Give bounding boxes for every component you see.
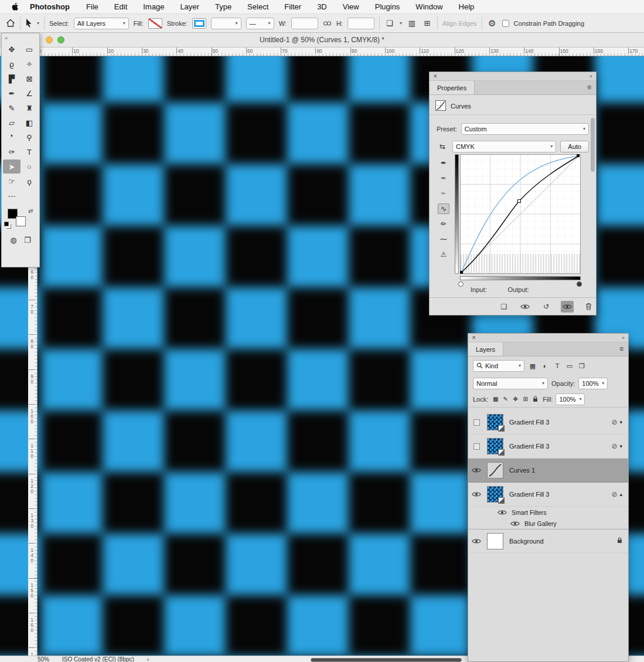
channel-dropdown[interactable]: CMYK ▾ bbox=[452, 141, 556, 152]
path-alignment-button[interactable]: ▥ bbox=[407, 19, 417, 28]
layer-row-gradient-fill-3[interactable]: Gradient Fill 3⊘▾ bbox=[468, 410, 628, 434]
layer-row-background[interactable]: Background bbox=[468, 529, 628, 553]
hand-tool[interactable]: ☞ bbox=[3, 174, 21, 188]
lock-all[interactable] bbox=[531, 396, 540, 403]
layer-thumbnail[interactable] bbox=[487, 486, 503, 503]
menu-select[interactable]: Select bbox=[247, 2, 268, 11]
reset-button[interactable]: ↺ bbox=[540, 301, 553, 313]
layer-thumbnail[interactable] bbox=[487, 438, 503, 454]
tab-layers[interactable]: Layers bbox=[468, 342, 503, 356]
layer-row-smart-filters[interactable]: Smart Filters bbox=[468, 507, 628, 518]
menu-edit[interactable]: Edit bbox=[114, 2, 127, 11]
lasso-tool[interactable]: ϱ bbox=[3, 57, 21, 71]
layer-row-curves-1[interactable]: Curves 1 bbox=[468, 459, 628, 483]
gear-icon[interactable]: ⚙ bbox=[487, 18, 498, 29]
move-tool[interactable]: ✥ bbox=[3, 42, 21, 56]
filter-pixel-layers[interactable]: ▦ bbox=[527, 361, 538, 371]
clip-to-layer-button[interactable]: ❏ bbox=[498, 301, 510, 313]
collapse-panel-icon[interactable]: « bbox=[622, 335, 625, 341]
black-point-eyedropper[interactable]: ✒ bbox=[438, 158, 449, 168]
eraser-tool[interactable]: ▱ bbox=[3, 116, 21, 130]
stroke-type-dropdown[interactable]: — ▾ bbox=[246, 18, 274, 29]
layer-row-gradient-fill-3[interactable]: Gradient Fill 3⊘▴ bbox=[468, 483, 628, 507]
ruler-tool[interactable]: ∠ bbox=[21, 86, 38, 100]
minimize-button[interactable] bbox=[46, 36, 53, 43]
link-dimensions-icon[interactable] bbox=[323, 21, 332, 26]
collapse-panel-icon[interactable]: « bbox=[590, 73, 592, 79]
fill-swatch[interactable] bbox=[148, 18, 162, 29]
histogram-clip-warning[interactable]: ⚠ bbox=[438, 249, 449, 260]
layer-thumbnail[interactable] bbox=[487, 414, 503, 430]
zoom-tool[interactable]: ϙ bbox=[21, 174, 38, 188]
stroke-width-dropdown[interactable]: ▾ bbox=[211, 18, 241, 29]
quick-mask-button[interactable]: ◍ bbox=[10, 236, 16, 245]
lock-transparency[interactable]: ▩ bbox=[491, 396, 500, 403]
brush-tool[interactable]: ✎ bbox=[3, 101, 21, 115]
lock-paint[interactable]: ✎ bbox=[501, 396, 510, 403]
filter-type-layers[interactable]: T bbox=[552, 361, 563, 371]
visibility-toggle-icon[interactable] bbox=[498, 510, 507, 515]
close-panel-icon[interactable]: ✕ bbox=[472, 335, 476, 341]
smart-filter-clip-icon[interactable]: ⊘ bbox=[611, 490, 617, 498]
ellipse-tool[interactable]: ○ bbox=[21, 159, 38, 174]
layer-row-gradient-fill-3[interactable]: Gradient Fill 3⊘▾ bbox=[468, 434, 628, 459]
visibility-toggle[interactable] bbox=[468, 491, 485, 497]
eye-icon[interactable] bbox=[472, 491, 481, 497]
marquee-tool[interactable]: ▭ bbox=[21, 42, 38, 56]
panel-menu-icon[interactable]: ≡ bbox=[619, 345, 623, 353]
background-color-swatch[interactable] bbox=[16, 216, 26, 226]
path-selection-tool[interactable]: ➤ bbox=[3, 159, 21, 174]
visibility-toggle[interactable] bbox=[468, 419, 485, 426]
visibility-toggle[interactable] bbox=[468, 538, 485, 544]
view-previous-state-button[interactable] bbox=[519, 301, 531, 313]
layer-fill-dropdown[interactable]: 100% ▾ bbox=[556, 393, 585, 405]
visibility-button[interactable] bbox=[561, 301, 574, 313]
menu-view[interactable]: View bbox=[343, 2, 359, 11]
crop-tool[interactable]: ▛ bbox=[3, 72, 21, 86]
blend-mode-dropdown[interactable]: Normal ▾ bbox=[473, 378, 548, 389]
default-colors-icon[interactable] bbox=[4, 222, 9, 226]
white-point-eyedropper[interactable]: ✒ bbox=[438, 188, 449, 199]
menu-plugins[interactable]: Plugins bbox=[375, 2, 400, 11]
panel-scrollbar[interactable] bbox=[591, 118, 595, 172]
hidden-visibility-well[interactable] bbox=[473, 443, 480, 450]
filter-shape-layers[interactable]: ▭ bbox=[564, 361, 575, 371]
current-tool-icon[interactable] bbox=[25, 19, 32, 28]
app-menu-photoshop[interactable]: Photoshop bbox=[30, 2, 70, 11]
edit-toolbar-button[interactable]: ⋯ bbox=[3, 189, 21, 203]
visibility-toggle[interactable] bbox=[468, 443, 485, 450]
quick-selection-tool[interactable]: ✧ bbox=[21, 57, 38, 71]
opacity-dropdown[interactable]: 100% ▾ bbox=[578, 378, 608, 389]
collapse-effects-icon[interactable]: ▴ bbox=[619, 491, 622, 497]
panel-menu-icon[interactable]: ≡ bbox=[587, 83, 591, 91]
menu-image[interactable]: Image bbox=[143, 2, 164, 11]
layer-row-blur-gallery[interactable]: Blur Gallery bbox=[468, 518, 628, 529]
preset-dropdown[interactable]: Custom ▾ bbox=[461, 123, 589, 135]
clone-stamp-tool[interactable]: ♜ bbox=[21, 101, 38, 115]
constrain-path-dragging-checkbox[interactable] bbox=[502, 20, 509, 27]
expand-effects-icon[interactable]: ▾ bbox=[619, 419, 622, 425]
apple-menu-icon[interactable] bbox=[12, 2, 19, 11]
expand-effects-icon[interactable]: ▾ bbox=[619, 443, 622, 449]
filter-adjustment-layers[interactable]: ◐ bbox=[540, 361, 550, 371]
lock-position[interactable]: ✥ bbox=[511, 396, 520, 403]
type-tool[interactable]: T bbox=[21, 145, 38, 159]
visibility-toggle-icon[interactable] bbox=[510, 521, 520, 527]
menu-type[interactable]: Type bbox=[215, 2, 231, 11]
layer-thumbnail[interactable] bbox=[487, 533, 503, 549]
targeted-adjustment-tool[interactable]: ⇆ bbox=[437, 141, 448, 152]
eye-icon[interactable] bbox=[472, 538, 481, 544]
home-icon[interactable] bbox=[6, 19, 15, 28]
lock-artboard[interactable]: ⊞ bbox=[521, 396, 530, 403]
eye-icon[interactable] bbox=[472, 467, 481, 473]
path-arrangement-button[interactable]: ⊞ bbox=[422, 19, 432, 28]
delete-adjustment-button[interactable] bbox=[582, 301, 595, 313]
menu-3d[interactable]: 3D bbox=[317, 2, 327, 11]
dodge-tool[interactable]: ⚲ bbox=[21, 130, 38, 144]
path-operations-button[interactable]: ❏ bbox=[384, 19, 395, 28]
edit-points-tool[interactable]: ∿ bbox=[438, 203, 449, 214]
auto-button[interactable]: Auto bbox=[560, 141, 589, 152]
filter-kind-dropdown[interactable]: Kind ▾ bbox=[473, 360, 524, 372]
pen-tool[interactable]: ✑ bbox=[3, 145, 21, 159]
zoom-level[interactable]: 50% bbox=[38, 656, 49, 662]
